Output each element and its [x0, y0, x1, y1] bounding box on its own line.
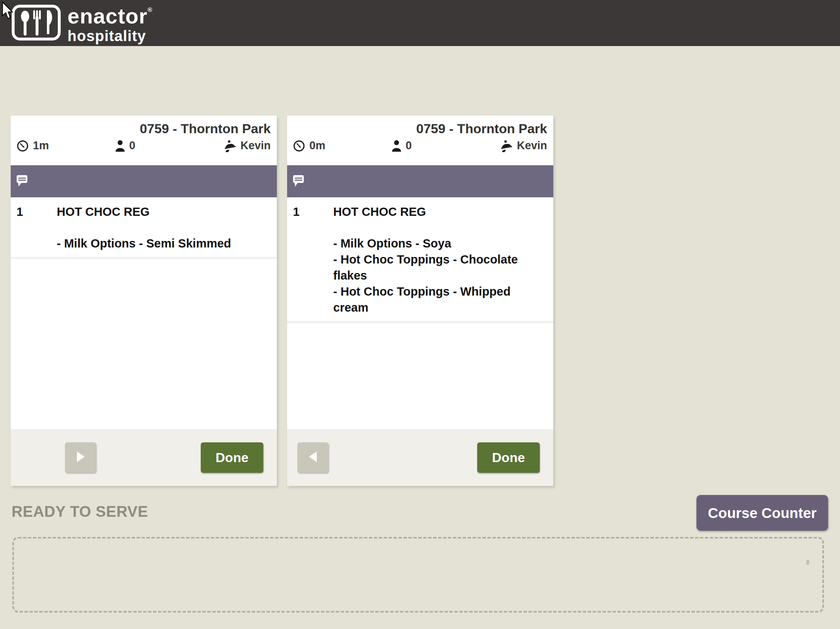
item-modifier: - Milk Options - Semi Skimmed: [57, 236, 243, 252]
server-group: Kevin: [224, 139, 271, 152]
covers-group: 0: [392, 139, 500, 152]
elapsed-time: 1m: [33, 139, 49, 152]
order-meta-row: 0m 0: [293, 139, 547, 152]
person-icon: [115, 140, 125, 152]
order-items-area: 1 HOT CHOC REG - Milk Options - Soya - H…: [287, 197, 553, 429]
order-card-header: 0759 - Thornton Park 0m: [287, 116, 553, 165]
item-qty: 1: [293, 204, 333, 316]
course-notes-bar: [287, 165, 553, 197]
item-detail: HOT CHOC REG - Milk Options - Semi Skimm…: [57, 204, 269, 252]
item-detail: HOT CHOC REG - Milk Options - Soya - Hot…: [333, 204, 545, 316]
order-title: 0759 - Thornton Park: [16, 120, 271, 137]
order-item: 1 HOT CHOC REG - Milk Options - Semi Ski…: [11, 197, 277, 259]
brand-logo: enactor® hospitality: [12, 5, 152, 44]
cloche-icon: [500, 140, 513, 152]
order-title: 0759 - Thornton Park: [293, 120, 547, 137]
order-meta-row: 1m 0: [16, 139, 271, 152]
order-card[interactable]: 0759 - Thornton Park 0m: [287, 116, 553, 486]
person-icon: [392, 140, 401, 152]
brand-mark: ®: [148, 6, 152, 13]
kds-screen: enactor® hospitality 0759 - Thornton Par…: [0, 0, 840, 629]
ready-to-serve-label: READY TO SERVE: [12, 503, 148, 520]
order-item: 1 HOT CHOC REG - Milk Options - Soya - H…: [287, 197, 553, 323]
brand-text: enactor® hospitality: [67, 5, 152, 44]
cloche-icon: [224, 140, 236, 152]
course-notes-bar: [11, 165, 277, 197]
item-name: HOT CHOC REG: [333, 204, 545, 220]
done-button[interactable]: Done: [477, 442, 540, 473]
elapsed-time-group: 1m: [16, 139, 115, 152]
next-course-button[interactable]: [65, 442, 96, 473]
server-name: Kevin: [240, 139, 271, 152]
item-qty: 1: [16, 204, 57, 252]
mouse-cursor-icon: [2, 2, 15, 22]
top-bar: enactor® hospitality: [0, 0, 840, 46]
item-name: HOT CHOC REG: [57, 204, 269, 220]
order-card-footer: Done: [11, 429, 277, 486]
screen-artifact: [806, 560, 809, 565]
previous-course-button[interactable]: [297, 442, 329, 473]
brand-name: enactor: [67, 4, 148, 28]
arrow-left-icon: [308, 451, 318, 465]
brand-tagline: hospitality: [67, 29, 152, 44]
item-modifier: - Milk Options - Soya: [333, 236, 519, 252]
done-button[interactable]: Done: [201, 442, 263, 473]
covers-count: 0: [406, 139, 412, 152]
elapsed-time-group: 0m: [293, 139, 392, 152]
order-items-area: 1 HOT CHOC REG - Milk Options - Semi Ski…: [11, 197, 277, 429]
item-modifier: - Hot Choc Toppings - Whipped cream: [333, 284, 519, 316]
covers-count: 0: [129, 139, 135, 152]
item-modifier: - Hot Choc Toppings - Chocolate flakes: [333, 252, 519, 284]
ready-to-serve-dropzone[interactable]: [12, 537, 824, 613]
elapsed-time: 0m: [309, 139, 325, 152]
server-group: Kevin: [500, 139, 547, 152]
arrow-right-icon: [76, 451, 86, 465]
course-counter-button[interactable]: Course Counter: [696, 495, 828, 531]
chat-bubble-icon: [293, 174, 304, 189]
covers-group: 0: [115, 139, 224, 152]
clock-icon: [16, 140, 29, 152]
order-card-header: 0759 - Thornton Park 1m: [11, 116, 277, 165]
server-name: Kevin: [517, 139, 547, 152]
order-card-footer: Done: [287, 429, 553, 486]
chat-bubble-icon: [16, 174, 28, 189]
cutlery-icon: [12, 5, 61, 42]
clock-icon: [293, 140, 305, 152]
order-card[interactable]: 0759 - Thornton Park 1m: [11, 116, 277, 486]
